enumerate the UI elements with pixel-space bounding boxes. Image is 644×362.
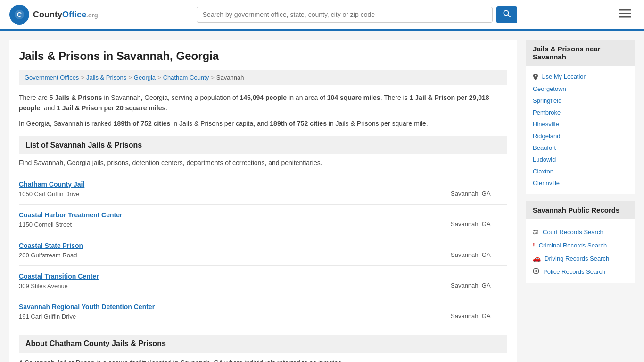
facility-name-4[interactable]: Savannah Regional Youth Detention Center (19, 303, 451, 311)
breadcrumb-savannah: Savannah (216, 74, 244, 81)
court-records-link[interactable]: ⚖ Court Records Search (533, 225, 628, 239)
sidebar-item-georgetown[interactable]: Georgetown (533, 83, 628, 95)
breadcrumb-sep-1: > (81, 74, 84, 81)
sidebar-item-hinesville[interactable]: Hinesville (533, 118, 628, 130)
logo-icon: C (9, 5, 29, 25)
breadcrumb-sep-4: > (211, 74, 215, 81)
sidebar-nearby-content: Use My Location Georgetown Springfield P… (526, 66, 635, 194)
driving-records-link[interactable]: 🚗 Driving Records Search (533, 252, 628, 265)
info-population: 145,094 people (240, 94, 287, 101)
sidebar-item-ludowici[interactable]: Ludowici (533, 154, 628, 165)
location-pin-icon (533, 74, 538, 80)
sidebar-nearby-title: Jails & Prisons near Savannah (526, 40, 635, 66)
breadcrumb-government-offices[interactable]: Government Offices (25, 74, 79, 81)
driving-records-icon: 🚗 (533, 255, 541, 262)
sidebar-nearby-box: Jails & Prisons near Savannah Use My Loc… (526, 40, 635, 194)
info-area: 104 square miles (327, 94, 380, 101)
sidebar-item-claxton[interactable]: Claxton (533, 165, 628, 177)
breadcrumb-sep-3: > (157, 74, 161, 81)
svg-rect-6 (619, 13, 631, 14)
info-rank-sqmile: 189th of 752 cities (270, 120, 327, 127)
site-header: C CountyOffice.org (0, 0, 644, 31)
facility-name-1[interactable]: Coastal Harbor Treatment Center (19, 211, 451, 219)
search-area (197, 6, 517, 23)
sidebar-item-beaufort[interactable]: Beaufort (533, 142, 628, 154)
about-text: A Savannah Jail or Prison is a secure fa… (19, 357, 507, 362)
info-paragraph-2: In Georgia, Savannah is ranked 189th of … (19, 118, 507, 129)
use-my-location-link[interactable]: Use My Location (533, 70, 628, 83)
breadcrumb-georgia[interactable]: Georgia (134, 74, 156, 81)
list-section-description: Find Savannah, Georgia jails, prisons, d… (19, 159, 507, 166)
info-location: Savannah, Georgia (111, 94, 168, 101)
list-section-header: List of Savannah Jails & Prisons (19, 136, 507, 154)
logo-area: C CountyOffice.org (9, 5, 98, 25)
facility-address-2: 200 Gulfstream Road (19, 252, 77, 259)
sidebar: Jails & Prisons near Savannah Use My Loc… (526, 40, 635, 362)
facility-address-0: 1050 Carl Griffin Drive (19, 190, 79, 197)
sidebar-public-records-title: Savannah Public Records (526, 201, 635, 219)
facility-info-1: Coastal Harbor Treatment Center 1150 Cor… (19, 211, 451, 228)
sidebar-item-ridgeland[interactable]: Ridgeland (533, 130, 628, 142)
table-row: Savannah Regional Youth Detention Center… (19, 296, 507, 327)
sidebar-item-pembroke[interactable]: Pembroke (533, 107, 628, 118)
hamburger-menu-button[interactable] (616, 8, 635, 22)
facility-location-1: Savannah, GA (451, 211, 507, 228)
facility-info-4: Savannah Regional Youth Detention Center… (19, 303, 451, 320)
criminal-records-icon: ! (533, 241, 535, 249)
main-container: Jails & Prisons in Savannah, Georgia Gov… (0, 31, 644, 362)
info-count: 5 (50, 94, 53, 101)
info-rank-capita: 189th of 752 cities (114, 120, 171, 127)
facility-info-2: Coastal State Prison 200 Gulfstream Road (19, 242, 451, 259)
criminal-records-link[interactable]: ! Criminal Records Search (533, 239, 628, 252)
about-section: About Chatham County Jails & Prisons A S… (19, 335, 507, 362)
page-title: Jails & Prisons in Savannah, Georgia (19, 49, 507, 63)
facility-address-3: 309 Stiles Avenue (19, 282, 68, 289)
svg-point-9 (535, 270, 537, 272)
info-office-type: Jails & Prisons (55, 94, 102, 101)
facility-address-4: 191 Carl Griffin Drive (19, 313, 76, 320)
svg-text:C: C (17, 11, 22, 18)
police-records-icon (533, 268, 539, 276)
sidebar-item-glennville[interactable]: Glennville (533, 177, 628, 189)
svg-rect-7 (619, 16, 631, 18)
facility-name-0[interactable]: Chatham County Jail (19, 181, 451, 188)
facility-location-3: Savannah, GA (451, 272, 507, 289)
facility-address-1: 1150 Cornell Street (19, 221, 72, 228)
police-records-link[interactable]: Police Records Search (533, 265, 628, 279)
facility-location-2: Savannah, GA (451, 242, 507, 258)
table-row: Coastal Transition Center 309 Stiles Ave… (19, 266, 507, 296)
content-area: Jails & Prisons in Savannah, Georgia Gov… (9, 40, 517, 362)
police-records-label: Police Records Search (543, 268, 605, 275)
facility-location-4: Savannah, GA (451, 303, 507, 320)
svg-line-4 (508, 15, 510, 17)
table-row: Coastal Harbor Treatment Center 1150 Cor… (19, 205, 507, 235)
svg-rect-5 (619, 9, 631, 11)
court-records-label: Court Records Search (543, 229, 603, 236)
driving-records-label: Driving Records Search (545, 255, 609, 262)
court-records-icon: ⚖ (533, 228, 539, 236)
search-input[interactable] (197, 7, 493, 23)
info-per-miles: 1 Jail & Prison per 20 square miles (57, 104, 165, 112)
info-paragraph-1: There are 5 Jails & Prisons in Savannah,… (19, 92, 507, 114)
use-my-location-label: Use My Location (541, 73, 587, 80)
facility-name-2[interactable]: Coastal State Prison (19, 242, 451, 249)
breadcrumb-sep-2: > (128, 74, 132, 81)
about-section-header: About Chatham County Jails & Prisons (19, 335, 507, 353)
table-row: Coastal State Prison 200 Gulfstream Road… (19, 235, 507, 266)
search-button[interactable] (496, 6, 517, 23)
logo-text: CountyOffice.org (33, 10, 98, 20)
table-row: Chatham County Jail 1050 Carl Griffin Dr… (19, 174, 507, 205)
sidebar-item-springfield[interactable]: Springfield (533, 95, 628, 107)
breadcrumb-jails-prisons[interactable]: Jails & Prisons (86, 74, 126, 81)
sidebar-public-records-content: ⚖ Court Records Search ! Criminal Record… (526, 221, 635, 283)
facilities-list: Chatham County Jail 1050 Carl Griffin Dr… (19, 174, 507, 327)
breadcrumb-chatham-county[interactable]: Chatham County (163, 74, 209, 81)
criminal-records-label: Criminal Records Search (539, 242, 607, 249)
facility-location-0: Savannah, GA (451, 181, 507, 197)
breadcrumb: Government Offices > Jails & Prisons > G… (19, 70, 507, 85)
sidebar-public-records-box: Savannah Public Records ⚖ Court Records … (526, 201, 635, 283)
facility-name-3[interactable]: Coastal Transition Center (19, 272, 451, 280)
facility-info-3: Coastal Transition Center 309 Stiles Ave… (19, 272, 451, 289)
facility-info-0: Chatham County Jail 1050 Carl Griffin Dr… (19, 181, 451, 197)
